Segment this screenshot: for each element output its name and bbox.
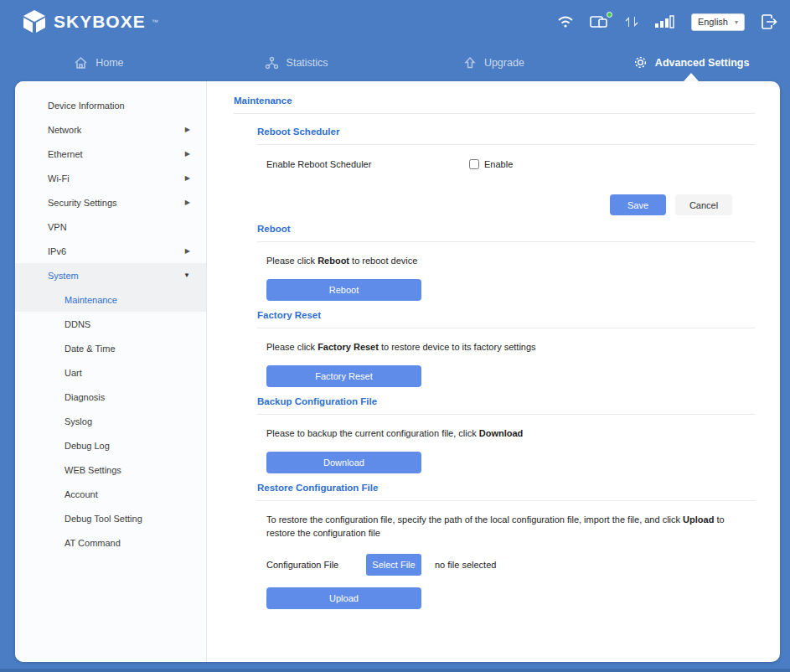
sidebar-item-debug-log[interactable]: Debug Log: [15, 433, 206, 457]
sidebar-item-maintenance[interactable]: Maintenance: [15, 287, 206, 312]
divider: [257, 144, 755, 145]
brand-logo: SKYBOXE ™: [20, 8, 158, 36]
upload-button[interactable]: Upload: [266, 587, 421, 609]
section-heading-restore-config: Restore Configuration File: [257, 483, 755, 493]
divider: [257, 241, 755, 242]
sidebar-item-system[interactable]: System▼: [15, 263, 206, 287]
restore-description: To restore the configuration file, speci…: [266, 514, 755, 540]
sidebar-item-ddns[interactable]: DDNS: [15, 312, 206, 336]
enable-checkbox-label: Enable: [484, 159, 513, 169]
chevron-right-icon: ▶: [185, 199, 190, 206]
cancel-button[interactable]: Cancel: [675, 194, 732, 215]
bottom-edge: [0, 669, 790, 672]
home-icon: [75, 58, 86, 63]
save-button[interactable]: Save: [610, 194, 666, 215]
reboot-description: Please click Reboot to reboot device: [266, 255, 755, 268]
brand-name: SKYBOXE: [54, 12, 146, 32]
divider: [257, 414, 755, 415]
traffic-updown-icon: [624, 14, 639, 29]
configuration-file-label: Configuration File: [266, 560, 353, 570]
sidebar-item-diagnosis[interactable]: Diagnosis: [15, 385, 206, 409]
enable-reboot-scheduler-label: Enable Reboot Scheduler: [266, 159, 469, 169]
header: SKYBOXE ™: [0, 0, 790, 81]
logout-icon[interactable]: [760, 13, 778, 30]
active-tab-caret: [684, 73, 699, 81]
sidebar-item-date-time[interactable]: Date & Time: [15, 336, 206, 360]
sidebar-item-uart[interactable]: Uart: [15, 360, 206, 385]
sidebar-item-network[interactable]: Network▶: [15, 117, 206, 142]
tab-home[interactable]: Home: [0, 44, 198, 81]
sidebar: Device Information Network▶ Ethernet▶ Wi…: [15, 81, 207, 662]
section-heading-reboot: Reboot: [257, 224, 755, 234]
sidebar-item-web-settings[interactable]: WEB Settings: [15, 457, 206, 482]
brand-trademark: ™: [152, 18, 158, 26]
select-caret-icon: ▾: [735, 18, 738, 26]
factory-reset-description: Please click Factory Reset to restore de…: [266, 341, 755, 354]
sidebar-item-device-information[interactable]: Device Information: [15, 93, 206, 117]
backup-description: Please to backup the current configurati…: [266, 427, 755, 441]
section-heading-backup-config: Backup Configuration File: [257, 396, 755, 406]
reboot-button[interactable]: Reboot: [266, 279, 421, 301]
sim-connected-dot: [607, 12, 612, 18]
factory-reset-button[interactable]: Factory Reset: [266, 365, 421, 387]
tab-upgrade-label: Upgrade: [484, 57, 524, 69]
sidebar-item-ipv6[interactable]: IPv6▶: [15, 239, 206, 263]
upgrade-icon: [463, 56, 477, 70]
divider: [234, 113, 755, 114]
signal-strength-icon: [654, 14, 676, 29]
wifi-status-icon: [557, 14, 574, 29]
section-heading-factory-reset: Factory Reset: [257, 310, 755, 320]
sidebar-item-vpn[interactable]: VPN: [15, 215, 206, 239]
download-button[interactable]: Download: [266, 452, 421, 473]
chevron-right-icon: ▶: [185, 247, 190, 255]
section-heading-reboot-scheduler: Reboot Scheduler: [257, 127, 755, 137]
sidebar-item-account[interactable]: Account: [15, 482, 206, 506]
chevron-down-icon: ▼: [183, 271, 190, 279]
sidebar-item-debug-tool-setting[interactable]: Debug Tool Setting: [15, 506, 206, 530]
sidebar-item-ethernet[interactable]: Ethernet▶: [15, 142, 206, 166]
tab-upgrade[interactable]: Upgrade: [395, 44, 593, 81]
sidebar-item-wifi[interactable]: Wi-Fi▶: [15, 166, 206, 190]
tab-advanced-settings-label: Advanced Settings: [655, 57, 750, 69]
main-nav: Home Statistics Upgrade Advanced Setting…: [0, 44, 790, 81]
sidebar-item-at-command[interactable]: AT Command: [15, 530, 206, 555]
statistics-icon: [265, 56, 279, 70]
content-area: Maintenance Reboot Scheduler Enable Rebo…: [207, 81, 780, 662]
sidebar-item-syslog[interactable]: Syslog: [15, 409, 206, 433]
chevron-right-icon: ▶: [185, 174, 190, 182]
enable-reboot-scheduler-checkbox[interactable]: [469, 159, 479, 169]
sim-status-icon: [589, 14, 609, 29]
main-panel: Device Information Network▶ Ethernet▶ Wi…: [15, 81, 780, 662]
skyboxe-cube-icon: [20, 8, 49, 36]
gear-icon: [633, 55, 648, 70]
chevron-right-icon: ▶: [185, 126, 190, 133]
sidebar-item-security-settings[interactable]: Security Settings▶: [15, 190, 206, 215]
no-file-selected-text: no file selected: [435, 560, 496, 570]
tab-statistics-label: Statistics: [287, 57, 328, 69]
select-file-button[interactable]: Select File: [366, 554, 421, 576]
tab-statistics[interactable]: Statistics: [198, 44, 395, 81]
language-select[interactable]: English ▾: [691, 13, 745, 31]
tab-home-label: Home: [96, 57, 123, 69]
divider: [257, 500, 755, 501]
language-value: English: [698, 17, 728, 27]
chevron-right-icon: ▶: [185, 150, 190, 158]
page-title: Maintenance: [234, 96, 755, 106]
divider: [257, 328, 755, 328]
